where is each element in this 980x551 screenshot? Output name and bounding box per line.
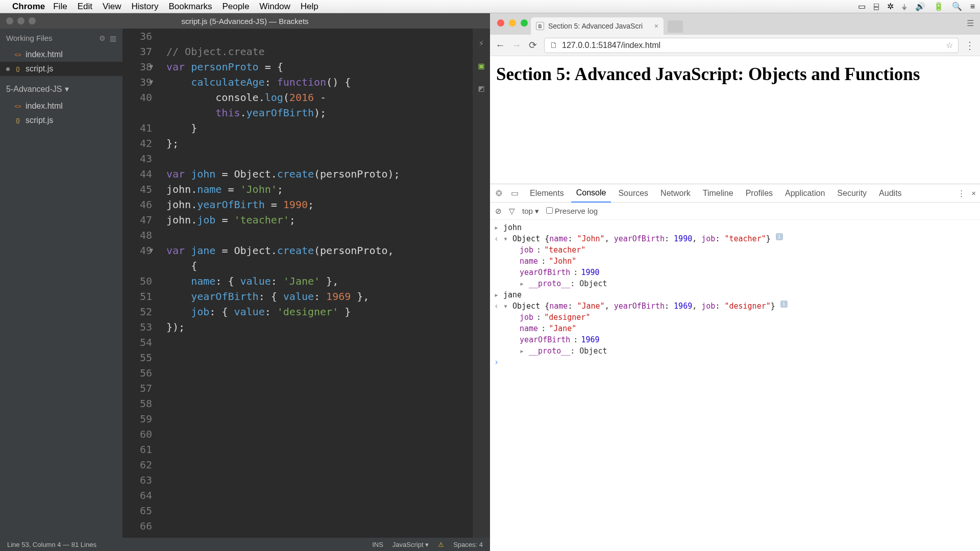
menu-history[interactable]: History — [131, 2, 158, 11]
collapse-arrow-icon[interactable]: ▾ — [503, 300, 509, 312]
devtools-tab-sources[interactable]: Sources — [613, 185, 653, 202]
brackets-title: script.js (5-Advanced-JS) — Brackets — [181, 17, 308, 26]
devtools-tab-network[interactable]: Network — [655, 185, 696, 202]
devtools-tab-audits[interactable]: Audits — [874, 185, 906, 202]
file-index.html[interactable]: <>index.html — [0, 99, 122, 113]
file-name: script.js — [26, 116, 53, 125]
expand-arrow-icon[interactable]: ▸ — [520, 345, 526, 357]
inspect-icon[interactable]: ⯐ — [494, 189, 504, 198]
address-bar[interactable]: 🗋 127.0.0.1:51847/index.html ☆ — [544, 38, 959, 53]
console-entry[interactable]: jane — [503, 289, 522, 300]
code-editor[interactable]: 363738▼39▼40414243444546474849▼505152535… — [122, 29, 490, 538]
info-icon[interactable]: i — [776, 233, 783, 240]
menu-icon[interactable]: ≡ — [970, 2, 975, 11]
split-icon[interactable]: ▥ — [110, 34, 116, 42]
brackets-traffic-lights[interactable] — [6, 17, 36, 24]
devtools-tab-timeline[interactable]: Timeline — [698, 185, 739, 202]
bookmark-star-icon[interactable]: ☆ — [946, 40, 953, 50]
devtools-tabs: ⯐ ▭ ElementsConsoleSourcesNetworkTimelin… — [490, 184, 980, 203]
menu-help[interactable]: Help — [301, 2, 318, 11]
console-prompt-icon[interactable]: › — [494, 357, 500, 368]
url-text: 127.0.0.1:51847/index.html — [562, 41, 660, 50]
console-entry[interactable]: john — [503, 222, 522, 233]
devtools-close-icon[interactable]: × — [971, 189, 976, 198]
display-icon[interactable]: ▭ — [858, 2, 866, 11]
project-name: 5-Advanced-JS — [6, 85, 62, 94]
collapse-arrow-icon[interactable]: ▾ — [503, 233, 509, 244]
airplay-icon[interactable]: ⌸ — [874, 2, 879, 11]
devtools-panel: ⯐ ▭ ElementsConsoleSourcesNetworkTimelin… — [490, 184, 980, 551]
spotlight-icon[interactable]: 🔍 — [952, 2, 962, 11]
devtools-tab-profiles[interactable]: Profiles — [741, 185, 778, 202]
file-script.js[interactable]: {}script.js — [0, 62, 122, 76]
console-property[interactable]: job: "designer" — [494, 312, 976, 323]
devtools-menu-icon[interactable]: ⋮ — [958, 189, 965, 198]
device-icon[interactable]: ▭ — [509, 188, 520, 198]
working-files-header[interactable]: Working Files ⚙▥ — [0, 29, 122, 47]
page-viewport: Section 5: Advanced JavaScript: Objects … — [490, 56, 980, 93]
indent-setting[interactable]: Spaces: 4 — [453, 541, 483, 548]
live-preview-icon[interactable]: ⚡ — [479, 36, 484, 51]
active-app-name[interactable]: Chrome — [12, 2, 45, 12]
warning-icon[interactable]: ⚠ — [438, 541, 444, 548]
menu-people[interactable]: People — [222, 2, 249, 11]
devtools-tab-security[interactable]: Security — [832, 185, 872, 202]
devtools-tab-application[interactable]: Application — [780, 185, 830, 202]
expand-arrow-icon[interactable]: ▸ — [494, 222, 500, 233]
menu-bookmarks[interactable]: Bookmarks — [168, 2, 212, 11]
new-tab-button[interactable] — [668, 20, 683, 33]
menu-view[interactable]: View — [103, 2, 121, 11]
console-property[interactable]: job: "teacher" — [494, 244, 976, 256]
expand-arrow-icon[interactable]: ▸ — [520, 278, 526, 289]
console-property[interactable]: yearOfBirth: 1990 — [494, 267, 976, 278]
bluetooth-icon[interactable]: ✲ — [887, 2, 894, 11]
project-header[interactable]: 5-Advanced-JS ▾ — [0, 79, 122, 99]
forward-button: → — [511, 40, 522, 51]
working-files-label: Working Files — [6, 34, 53, 42]
expand-arrow-icon[interactable]: ▸ — [494, 289, 500, 300]
chrome-toolbar: ← → ⟳ 🗋 127.0.0.1:51847/index.html ☆ ⋮ — [490, 35, 980, 56]
chevron-down-icon: ▾ — [65, 84, 69, 94]
close-tab-icon[interactable]: × — [654, 22, 658, 30]
file-script.js[interactable]: {}script.js — [0, 113, 122, 128]
clear-console-icon[interactable]: ⊘ — [495, 207, 502, 216]
devtools-tab-console[interactable]: Console — [571, 184, 611, 203]
file-index.html[interactable]: <>index.html — [0, 47, 122, 62]
console-object-summary[interactable]: Object {name: "John", yearOfBirth: 1990,… — [512, 233, 771, 244]
chrome-traffic-lights[interactable] — [497, 19, 528, 27]
extension-icon[interactable]: ▣ — [479, 58, 484, 73]
output-arrow-icon: ‹ — [494, 300, 500, 312]
filter-icon[interactable]: ▽ — [509, 207, 515, 216]
browser-tab[interactable]: 🗎 Section 5: Advanced JavaScri × — [531, 17, 664, 35]
file-name: index.html — [26, 50, 63, 59]
language-mode[interactable]: JavaScript ▾ — [393, 541, 429, 548]
js-file-icon: {} — [14, 65, 21, 72]
reload-button[interactable]: ⟳ — [528, 39, 538, 51]
volume-icon[interactable]: 🔊 — [915, 2, 925, 11]
menu-window[interactable]: Window — [259, 2, 290, 11]
console-property[interactable]: name: "Jane" — [494, 323, 976, 334]
gear-icon[interactable]: ⚙ — [99, 34, 106, 42]
chrome-menu-icon[interactable]: ⋮ — [965, 39, 975, 52]
console-property[interactable]: name: "John" — [494, 256, 976, 267]
plugin-icon[interactable]: ◩ — [479, 81, 484, 96]
preserve-log-checkbox[interactable]: Preserve log — [546, 207, 598, 215]
context-selector[interactable]: top ▾ — [522, 207, 539, 216]
file-name: index.html — [26, 102, 63, 111]
battery-icon[interactable]: 🔋 — [934, 2, 944, 11]
console-property[interactable]: yearOfBirth: 1969 — [494, 334, 976, 345]
tab-title: Section 5: Advanced JavaScri — [548, 22, 643, 30]
console-object-summary[interactable]: Object {name: "Jane", yearOfBirth: 1969,… — [512, 300, 775, 312]
menu-file[interactable]: File — [53, 2, 67, 11]
brackets-window: script.js (5-Advanced-JS) — Brackets Wor… — [0, 13, 490, 551]
devtools-tab-elements[interactable]: Elements — [525, 185, 569, 202]
insert-mode[interactable]: INS — [372, 541, 383, 548]
console-toolbar: ⊘ ▽ top ▾ Preserve log — [490, 203, 980, 220]
info-icon[interactable]: i — [780, 300, 788, 308]
wifi-icon[interactable]: ⏚ — [902, 2, 907, 11]
menu-edit[interactable]: Edit — [78, 2, 92, 11]
back-button[interactable]: ← — [495, 40, 505, 51]
profile-icon[interactable]: ☰ — [967, 18, 974, 28]
console-output[interactable]: ▸john ‹▾ Object {name: "John", yearOfBir… — [490, 220, 980, 551]
brackets-statusbar: Line 53, Column 4 — 81 Lines INS JavaScr… — [0, 538, 490, 551]
